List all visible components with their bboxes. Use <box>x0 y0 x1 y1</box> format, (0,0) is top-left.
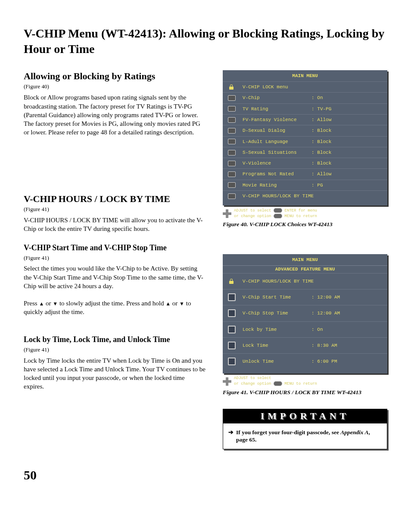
menu-row: V-CHIP HOURS/LOCK BY TIME <box>223 190 387 201</box>
lock-icon <box>228 278 236 284</box>
button-pill-icon <box>274 381 282 386</box>
up-triangle-icon: ▲ <box>39 301 44 307</box>
menu-title-row: V-CHIP HOURS/LOCK BY TIME <box>223 273 387 289</box>
left-column: Allowing or Blocking by Ratings (Figure … <box>24 70 206 449</box>
important-box: IMPORTANT If you forget your four-digit … <box>223 409 387 449</box>
figure-note: (Figure 40) <box>24 83 206 90</box>
figure-caption: Figure 41. V-CHIP HOURS / LOCK BY TIME W… <box>223 389 387 396</box>
up-triangle-icon: ▲ <box>165 301 171 307</box>
paragraph: V-CHIP HOURS / LOCK BY TIME will allow y… <box>24 216 206 233</box>
menu-row: V-Chip Stop Time: 12:00 AM <box>223 305 387 321</box>
menu-row: Lock Time: 8:30 AM <box>223 337 387 353</box>
dpad-icon <box>223 377 231 386</box>
menu-header: MAIN MENU <box>223 72 387 80</box>
menu-row: Movie Rating: PG <box>223 180 387 190</box>
menu-row: Lock by Time: On <box>223 321 387 337</box>
menu-row: L-Adult Language: Block <box>223 136 387 147</box>
button-pill-icon <box>274 208 282 213</box>
menu-row: V-Chip: On <box>223 92 387 103</box>
tv-icon <box>228 160 236 166</box>
vchip-hours-menu-figure: MAIN MENU ADVANCED FEATURE MENU V-CHIP H… <box>223 254 387 373</box>
arrow-right-icon <box>228 429 234 436</box>
figure-caption: Figure 40. V-CHIP LOCK Choices WT-42413 <box>223 221 387 228</box>
tv-icon <box>228 128 236 134</box>
menu-row: TV Rating: TV-PG <box>223 103 387 114</box>
paragraph: Press ▲ or ▼ to slowly adjust the time. … <box>24 299 206 317</box>
tv-icon <box>228 117 236 123</box>
menu-row: Unlock Time: 6:00 PM <box>223 353 387 369</box>
tv-icon <box>228 106 236 112</box>
right-column: MAIN MENU V-CHIP LOCK menu V-Chip: On TV… <box>223 70 387 449</box>
important-header: IMPORTANT <box>223 409 387 423</box>
heading-allowing-blocking: Allowing or Blocking by Ratings <box>24 70 206 83</box>
menu-title-row: V-CHIP LOCK menu <box>223 81 387 92</box>
figure-note: (Figure 41) <box>24 255 206 262</box>
tv-icon <box>228 171 236 177</box>
heading-lock-by-time: Lock by Time, Lock Time, and Unlock Time <box>24 334 206 345</box>
tv-icon <box>228 342 236 348</box>
menu-row: V-Chip Start Time: 12:00 AM <box>223 289 387 305</box>
menu-row: FV-Fantasy Violence: Allow <box>223 114 387 125</box>
paragraph: Select the times you would like the V-Ch… <box>24 264 206 290</box>
heading-start-stop-time: V-CHIP Start Time and V-CHIP Stop Time <box>24 242 206 254</box>
tv-icon <box>228 310 236 316</box>
important-body: If you forget your four-digit passcode, … <box>223 423 387 449</box>
tv-icon <box>228 193 236 199</box>
menu-row: V-Violence: Block <box>223 158 387 168</box>
menu-row: Programs Not Rated: Allow <box>223 168 387 179</box>
dpad-icon <box>223 209 231 218</box>
lock-icon <box>228 84 236 90</box>
tv-icon <box>228 149 236 156</box>
vchip-lock-menu-figure: MAIN MENU V-CHIP LOCK menu V-Chip: On TV… <box>223 70 387 206</box>
menu-row: D-Sexual Dialog: Block <box>223 125 387 136</box>
down-triangle-icon: ▼ <box>53 301 58 307</box>
figure-note: (Figure 41) <box>24 206 206 213</box>
tv-icon <box>228 294 236 300</box>
down-triangle-icon: ▼ <box>179 301 184 307</box>
menu-header: MAIN MENU <box>223 256 387 264</box>
button-pill-icon <box>274 214 282 218</box>
tv-icon <box>228 358 236 364</box>
page-title: V-CHIP Menu (WT-42413): Allowing or Bloc… <box>24 26 387 57</box>
tv-icon <box>228 182 236 188</box>
heading-vchip-hours: V-CHIP HOURS / LOCK BY TIME <box>24 193 206 205</box>
menu-row: S-Sexual Situations: Block <box>223 147 387 158</box>
menu-subheader: ADVANCED FEATURE MENU <box>223 265 387 273</box>
page-number: 50 <box>24 467 387 483</box>
figure-note: (Figure 41) <box>24 346 206 354</box>
tv-icon <box>228 95 236 101</box>
tv-icon <box>228 327 236 333</box>
menu-hints: ADJUST to select ENTER for menu or chang… <box>223 208 387 219</box>
paragraph: Lock by Time locks the entire TV when Lo… <box>24 356 206 391</box>
menu-hints: ADJUST to select or change option MENU t… <box>223 376 387 386</box>
paragraph: Block or Allow programs based upon ratin… <box>24 93 206 137</box>
tv-icon <box>228 139 236 145</box>
